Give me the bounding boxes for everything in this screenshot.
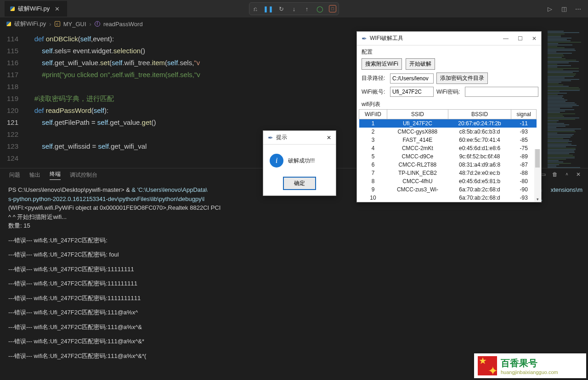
table-cell: 7 <box>359 169 387 177</box>
table-row[interactable]: 4CMCC-2mKte0:45:6d:d1:e8:6-75 <box>359 144 537 152</box>
account-label: WiFi账号: <box>362 88 387 96</box>
ok-button[interactable]: 确定 <box>283 177 316 190</box>
dialog-title: 提示 <box>276 134 287 141</box>
table-cell: -93 <box>511 128 537 136</box>
watermark-url: huangjinbaixiangguo.com <box>501 369 582 375</box>
table-cell: 8 <box>359 177 387 185</box>
table-row[interactable]: 106a:70:ab:2c:68:d-93 <box>359 194 537 202</box>
panel-tab-debug[interactable]: 调试控制台 <box>70 171 97 179</box>
table-row[interactable]: 9CMCC-zus3_Wi-6a:70:ab:2c:68:d-90 <box>359 185 537 194</box>
table-header[interactable]: signal <box>511 110 537 119</box>
scroll-down-icon[interactable]: ▾ <box>534 197 541 201</box>
step-into-icon[interactable]: ↓ <box>289 4 299 14</box>
step-back-icon[interactable]: ⎌ <box>250 4 260 14</box>
panel-tab-problems[interactable]: 问题 <box>9 171 20 179</box>
terminal-line: ---错误--- wifi名:Ufi_247F2C匹配密码: <box>8 236 580 245</box>
table-cell: 6a:70:ab:2c:68:d <box>448 185 511 194</box>
line-gutter: 114115116117118119120121122123124 <box>0 30 27 168</box>
wifi-tool-window: ✒ WIFI破解工具 — ☐ ✕ 配置 搜索附近WiFi 开始破解 目录路径: … <box>356 31 542 202</box>
search-wifi-button[interactable]: 搜索附近WiFi <box>362 58 402 70</box>
chevron-right-icon: › <box>49 21 51 28</box>
wifi-table[interactable]: WiFiIDSSIDBSSIDsignal 1Ufi_247F2C20:67:e… <box>359 109 537 202</box>
terminal[interactable]: PS C:\Users\lenovo\Desktop\pywifi-master… <box>0 182 588 364</box>
scrollbar-thumb[interactable] <box>535 149 540 168</box>
breadcrumb-file[interactable]: 破解WiFi.py <box>14 20 46 28</box>
line-number: 118 <box>0 81 27 93</box>
account-input[interactable] <box>390 87 434 97</box>
line-number: 117 <box>0 69 27 81</box>
table-cell: 6 <box>359 161 387 169</box>
step-over-icon[interactable]: ↻ <box>276 4 286 14</box>
minimap[interactable] <box>546 30 588 168</box>
table-cell: -87 <box>511 161 537 169</box>
line-number: 123 <box>0 140 27 152</box>
table-cell: 2 <box>359 128 387 136</box>
stop-icon[interactable]: □ <box>329 5 336 12</box>
chevron-right-icon: › <box>90 21 91 28</box>
editor-tab[interactable]: 破解WiFi.py ✕ <box>5 1 67 17</box>
table-cell: 5 <box>359 152 387 161</box>
table-row[interactable]: 7TP-LINK_ECB248:7d:2e:e0:ec:b-88 <box>359 169 537 177</box>
table-cell: 9c:6f:52:bc:6f:48 <box>448 152 511 161</box>
table-header[interactable]: BSSID <box>448 110 511 119</box>
choose-dir-button[interactable]: 添加密码文件目录 <box>436 73 488 84</box>
scrollbar[interactable]: ▴ ▾ <box>534 149 541 201</box>
terminal-line: s-python.python-2022.0.1612153341-dev\py… <box>8 196 204 202</box>
panel-close-icon[interactable]: ✕ <box>576 171 581 179</box>
terminal-ext: xtensions\m <box>551 185 582 195</box>
line-number: 124 <box>0 152 27 164</box>
maximize-icon[interactable]: ☐ <box>518 35 523 42</box>
table-row[interactable]: 8CMCC-4fhUe0:45:6d:e5:81:b-80 <box>359 177 537 185</box>
minimize-icon[interactable]: — <box>503 35 509 42</box>
table-header[interactable]: WiFiID <box>359 110 387 119</box>
terminal-line: ---错误--- wifi名:Ufi_247F2C匹配密码:1111111111 <box>8 294 580 303</box>
table-cell: CMCC-d9Ce <box>387 152 448 161</box>
function-icon: f <box>95 21 100 27</box>
wifi-window-title: WIFI破解工具 <box>370 34 403 42</box>
table-row[interactable]: 6CMCC-RL2T8808:31:a4:d9:a6:8-87 <box>359 161 537 169</box>
table-header[interactable]: SSID <box>387 110 448 119</box>
panel-tab-terminal[interactable]: 终端 <box>50 170 61 180</box>
password-input[interactable] <box>465 87 538 97</box>
start-crack-button[interactable]: 开始破解 <box>406 58 435 70</box>
close-icon[interactable]: ✕ <box>532 35 537 42</box>
table-row[interactable]: 3FAST_414E60:ee:5c:70:41:4-85 <box>359 136 537 144</box>
breadcrumb-class[interactable]: MY_GUI <box>63 21 86 28</box>
breadcrumb-function[interactable]: readPassWord <box>103 21 143 28</box>
table-cell: e0:45:6d:d1:e8:6 <box>448 144 511 152</box>
continue-icon[interactable]: ◯ <box>315 4 325 14</box>
split-editor-icon[interactable]: ◫ <box>561 6 570 12</box>
line-number: 115 <box>0 45 27 57</box>
table-cell: -88 <box>511 169 537 177</box>
step-out-icon[interactable]: ↑ <box>302 4 312 14</box>
pause-icon[interactable]: ❚❚ <box>263 4 273 14</box>
terminal-line: ^ ^ 开始扫描附近wifi... <box>8 212 580 222</box>
watermark-brand: 百香果号 <box>501 357 582 369</box>
password-label: WiFi密码: <box>436 88 462 96</box>
table-cell: TP-LINK_ECB2 <box>387 169 448 177</box>
panel-tab-output[interactable]: 输出 <box>29 171 40 179</box>
dir-input[interactable] <box>390 73 434 84</box>
table-row[interactable]: 1Ufi_247F2C20:67:e0:24:7f:2b-11 <box>359 119 537 128</box>
table-cell: -11 <box>511 119 537 128</box>
line-number: 121 <box>0 117 27 129</box>
run-icon[interactable]: ▷ <box>548 6 556 12</box>
table-cell: 60:ee:5c:70:41:4 <box>448 136 511 144</box>
dir-label: 目录路径: <box>362 74 387 82</box>
tab-close-icon[interactable]: ✕ <box>53 6 62 12</box>
table-row[interactable]: 5CMCC-d9Ce9c:6f:52:bc:6f:48-89 <box>359 152 537 161</box>
line-number: 120 <box>0 105 27 117</box>
table-cell: FAST_414E <box>387 136 448 144</box>
message-dialog: ✒ 提示 ✕ i 破解成功!!! 确定 <box>263 130 336 196</box>
more-icon[interactable]: ⋯ <box>575 6 583 12</box>
chevron-up-icon[interactable]: ＾ <box>564 171 570 179</box>
dialog-message: 破解成功!!! <box>288 157 315 165</box>
class-icon: c <box>55 21 60 27</box>
table-cell: CMCC-4fhU <box>387 177 448 185</box>
trash-icon[interactable]: 🗑 <box>552 171 558 179</box>
table-cell: -90 <box>511 185 537 194</box>
close-icon[interactable]: ✕ <box>327 134 331 141</box>
table-cell: 1 <box>359 119 387 128</box>
table-row[interactable]: 2CMCC-gysX888c8:5b:a0:6c:b3:d-93 <box>359 128 537 136</box>
table-cell <box>387 194 448 202</box>
